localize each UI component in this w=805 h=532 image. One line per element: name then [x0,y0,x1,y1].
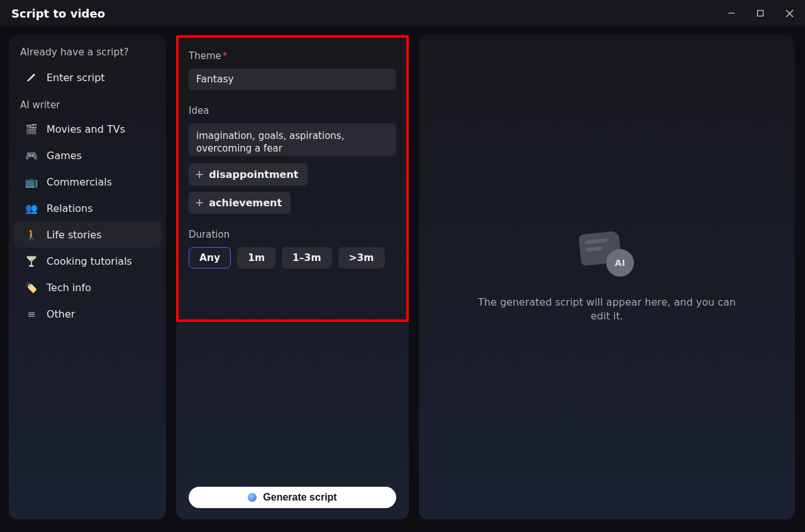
sidebar-item-games[interactable]: 🎮Games [14,142,161,169]
duration-option-3m[interactable]: >3m [338,247,385,269]
category-icon: 👥 [25,202,38,214]
sidebar-item-movies-and-tvs[interactable]: 🎬Movies and TVs [14,116,161,142]
sidebar-item-label: Other [47,308,75,320]
window-title: Script to video [11,7,105,20]
theme-input[interactable] [189,69,396,90]
titlebar: Script to video [0,0,805,26]
close-button[interactable] [775,0,804,26]
plus-icon: + [195,197,204,208]
sidebar-prompt: Already have a script? [9,44,166,64]
idea-label: Idea [189,105,396,116]
minimize-icon [728,9,735,17]
chip-label: disappointment [209,169,298,180]
sidebar-item-label: Relations [47,202,92,214]
category-icon: 🚶 [25,228,38,241]
duration-label: Duration [189,229,396,240]
sidebar-item-label: Games [47,150,82,162]
category-icon: 🏷️ [25,281,38,294]
generate-label: Generate script [263,492,336,503]
category-icon: 🎬 [25,123,38,135]
sidebar-item-life-stories[interactable]: 🚶Life stories [14,221,161,248]
script-placeholder-icon: AI [580,231,634,277]
sidebar-item-label: Life stories [47,229,102,241]
plus-icon: + [195,169,204,180]
pencil-icon [25,71,38,84]
sidebar-item-relations[interactable]: 👥Relations [14,195,161,221]
sidebar-item-label: Movies and TVs [47,123,125,135]
sidebar-item-enter-script[interactable]: Enter script [14,64,161,91]
preview-panel: AI The generated script will appear here… [419,35,795,519]
suggestion-chip-achievement[interactable]: +achievement [189,192,291,214]
sidebar: Already have a script? Enter script AI w… [9,35,166,519]
sidebar-item-tech-info[interactable]: 🏷️Tech info [14,274,161,301]
sidebar-item-commercials[interactable]: 📺Commercials [14,169,161,195]
close-icon [786,9,794,18]
maximize-button[interactable] [746,0,775,26]
sidebar-section-label: AI writer [9,91,166,116]
sidebar-item-label: Cooking tutorials [47,255,132,267]
duration-option-any[interactable]: Any [189,247,231,269]
category-icon: ≡ [25,308,38,320]
sidebar-item-label: Tech info [47,282,91,294]
duration-option-1m[interactable]: 1m [237,247,275,269]
chip-label: achievement [209,197,282,209]
sparkle-icon [248,493,257,502]
category-icon: 📺 [25,175,38,188]
generate-script-button[interactable]: Generate script [189,487,396,508]
preview-message: The generated script will appear here, a… [472,296,742,324]
idea-input[interactable] [189,123,396,156]
maximize-icon [757,9,764,17]
form-panel: Theme* Idea +disappointment+achievement … [176,35,409,519]
minimize-button[interactable] [717,0,746,26]
duration-option-13m[interactable]: 1–3m [282,247,331,269]
sidebar-item-other[interactable]: ≡Other [14,301,161,327]
sidebar-item-label: Enter script [47,72,105,84]
suggestion-chip-disappointment[interactable]: +disappointment [189,163,308,186]
sidebar-item-cooking-tutorials[interactable]: 🍸Cooking tutorials [14,248,161,274]
sidebar-item-label: Commercials [47,176,112,188]
theme-label: Theme* [189,50,396,62]
category-icon: 🍸 [25,255,38,267]
svg-rect-1 [758,11,763,16]
category-icon: 🎮 [25,149,38,162]
